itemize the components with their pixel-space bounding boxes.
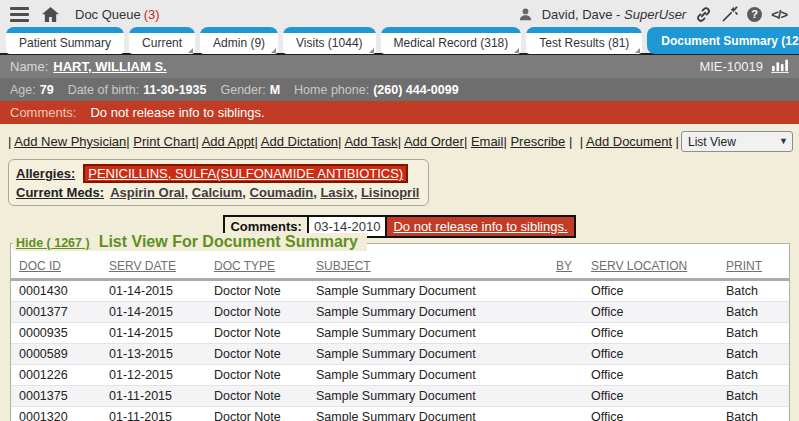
phone-label: Home phone:: [294, 83, 369, 97]
table-row[interactable]: 000137501-11-2015Doctor NoteSample Summa…: [11, 386, 789, 407]
top-bar: Doc Queue(3) David, Dave - SuperUser ? <…: [0, 0, 799, 28]
email-link[interactable]: Email: [471, 134, 504, 149]
sort-serv-location[interactable]: SERV LOCATION: [591, 259, 687, 273]
sort-doc-type[interactable]: DOC TYPE: [214, 259, 275, 273]
hide-list-link[interactable]: Hide ( 1267 ): [16, 236, 90, 250]
tab-document-summary[interactable]: Document Summary (1267): [647, 27, 799, 54]
sort-print[interactable]: PRINT: [726, 259, 762, 273]
comment-text-link[interactable]: Do not release info to siblings.: [385, 217, 573, 236]
link-icon[interactable]: [695, 6, 712, 23]
document-list-legend: Hide ( 1267 ) List View For Document Sum…: [13, 233, 367, 251]
table-row[interactable]: 000122601-12-2015Doctor NoteSample Summa…: [11, 365, 789, 386]
current-meds-label-link[interactable]: Current Meds:: [16, 185, 104, 200]
add-document-link[interactable]: Add Document: [586, 134, 672, 149]
table-row[interactable]: 000132001-11-2015Doctor NoteSample Summa…: [11, 407, 789, 421]
document-list-section: Hide ( 1267 ) List View For Document Sum…: [10, 243, 790, 421]
help-icon[interactable]: ?: [747, 7, 762, 22]
comments-alert-text: Do not release info to siblings.: [90, 105, 264, 120]
add-task-link[interactable]: Add Task: [344, 134, 397, 149]
patient-name-link[interactable]: HART, WILLIAM S.: [53, 59, 166, 74]
gender-label: Gender:: [220, 83, 265, 97]
tab-admin[interactable]: Admin (9): [200, 27, 278, 54]
doc-queue-count: (3): [144, 7, 160, 22]
table-row[interactable]: 000137701-14-2015Doctor NoteSample Summa…: [11, 302, 789, 323]
code-icon[interactable]: </>: [771, 7, 787, 22]
prescribe-link[interactable]: Prescribe: [510, 134, 565, 149]
dob-value: 11-30-1935: [143, 83, 206, 97]
patient-demographics-bar: Age:79 Date of birth:11-30-1935 Gender:M…: [0, 78, 799, 101]
add-order-link[interactable]: Add Order: [404, 134, 464, 149]
age-label: Age:: [10, 83, 36, 97]
hamburger-menu-icon[interactable]: [10, 7, 29, 22]
doc-queue-link[interactable]: Doc Queue(3): [75, 7, 160, 22]
med-link-lisinopril[interactable]: Lisinopril: [361, 185, 420, 200]
add-new-physician-link[interactable]: Add New Physician: [14, 134, 126, 149]
gender-value: M: [270, 83, 280, 97]
sort-by[interactable]: BY: [556, 259, 572, 273]
quick-actions-row: Add New Physician Print Chart Add Appt A…: [0, 124, 799, 152]
view-mode-select[interactable]: List View: [681, 131, 793, 152]
tab-patient-summary[interactable]: Patient Summary: [6, 27, 124, 54]
table-row[interactable]: 000058901-13-2015Doctor NoteSample Summa…: [11, 344, 789, 365]
age-value: 79: [40, 83, 54, 97]
chart-tab-bar: Patient Summary Current Admin (9) Visits…: [0, 28, 799, 55]
table-row[interactable]: 000093501-14-2015Doctor NoteSample Summa…: [11, 323, 789, 344]
med-link-aspirin[interactable]: Aspirin Oral: [110, 185, 184, 200]
patient-name-bar: Name: HART, WILLIAM S. MIE-10019: [0, 55, 799, 78]
comments-label: Comments:: [10, 105, 76, 120]
med-link-coumadin[interactable]: Coumadin: [250, 185, 314, 200]
flowsheet-chart-icon[interactable]: [771, 58, 789, 76]
sort-subject[interactable]: SUBJECT: [316, 259, 371, 273]
allergies-label-link[interactable]: Allergies:: [16, 166, 75, 181]
dob-label: Date of birth:: [68, 83, 140, 97]
tab-medical-record[interactable]: Medical Record (318): [381, 27, 522, 54]
allergy-value[interactable]: PENICILLINS, SULFA(SULFONAMIDE ANTIBIOTI…: [83, 164, 408, 183]
list-view-title: List View For Document Summary: [99, 233, 358, 251]
tab-test-results[interactable]: Test Results (81): [526, 27, 642, 54]
add-dictation-link[interactable]: Add Dictation: [261, 134, 338, 149]
med-link-lasix[interactable]: Lasix: [320, 185, 353, 200]
name-label: Name:: [10, 59, 48, 74]
allergies-meds-box: Allergies: PENICILLINS, SULFA(SULFONAMID…: [8, 159, 429, 206]
table-header-row: DOC ID SERV DATE DOC TYPE SUBJECT BY SER…: [11, 255, 789, 280]
patient-comments-bar: Comments: Do not release info to sibling…: [0, 101, 799, 124]
document-table: DOC ID SERV DATE DOC TYPE SUBJECT BY SER…: [11, 255, 789, 421]
tab-current[interactable]: Current: [129, 27, 195, 54]
sort-serv-date[interactable]: SERV DATE: [109, 259, 176, 273]
table-row[interactable]: 000143001-14-2015Doctor NoteSample Summa…: [11, 280, 789, 302]
add-appt-link[interactable]: Add Appt: [202, 134, 255, 149]
home-icon[interactable]: [42, 7, 59, 22]
user-avatar-icon: [518, 7, 533, 22]
logged-in-user[interactable]: David, Dave - SuperUser: [542, 7, 687, 22]
phone-value: (260) 444-0099: [373, 83, 458, 97]
sort-doc-id[interactable]: DOC ID: [19, 259, 61, 273]
tab-visits[interactable]: Visits (1044): [283, 27, 375, 54]
wand-icon[interactable]: [721, 6, 738, 23]
print-chart-link[interactable]: Print Chart: [133, 134, 195, 149]
patient-chart-id: MIE-10019: [699, 59, 763, 74]
med-link-calcium[interactable]: Calcium: [192, 185, 243, 200]
